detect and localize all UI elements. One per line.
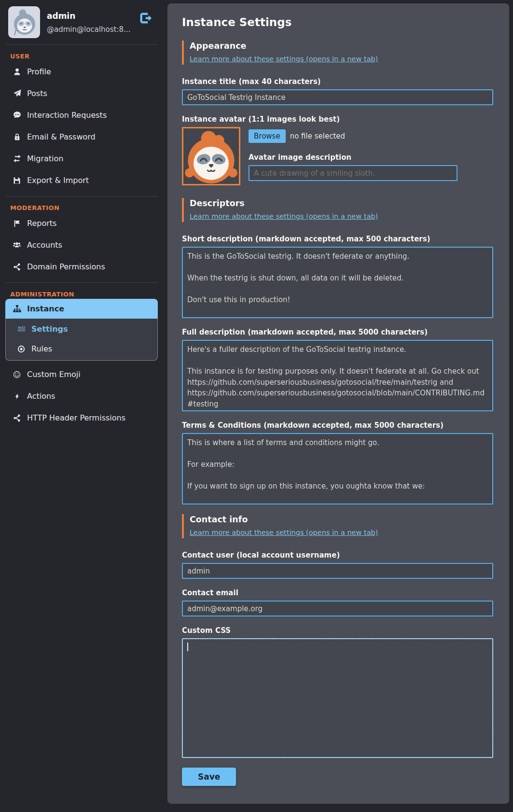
sidebar-item-custom-emoji[interactable]: Custom Emoji	[0, 364, 158, 385]
instance-avatar-field: Instance avatar (1:1 images look best)	[182, 115, 493, 185]
user-icon	[13, 68, 21, 76]
browse-button[interactable]: Browse	[249, 129, 286, 143]
sidebar-item-label: Reports	[27, 219, 56, 228]
descriptors-heading: Descriptors	[190, 198, 493, 208]
short-description-textarea[interactable]: This is the GoToSocial testrig. It doesn…	[182, 247, 493, 318]
sidebar: admin @admin@localhost:8... USER Profile…	[0, 0, 158, 429]
instance-menu-block: Instance Settings Rules	[5, 299, 158, 361]
sidebar-section-moderation: MODERATION	[10, 204, 158, 211]
full-description-textarea[interactable]: Here's a fuller description of the GoToS…	[182, 340, 493, 411]
avatar-description-input[interactable]	[249, 165, 458, 181]
page-title: Instance Settings	[182, 16, 493, 28]
flag-icon	[13, 220, 21, 227]
sidebar-item-label: Export & Import	[27, 176, 89, 185]
sidebar-item-email-password[interactable]: Email & Password	[0, 126, 158, 148]
instance-title-label: Instance title (max 40 characters)	[182, 77, 493, 86]
text-cursor	[187, 643, 188, 651]
instance-title-input[interactable]	[182, 89, 493, 105]
user-avatar	[8, 6, 40, 38]
sidebar-item-label: Email & Password	[27, 132, 96, 141]
instance-avatar-preview	[182, 127, 240, 185]
contact-info-heading: Contact info	[190, 515, 493, 524]
avatar-description-label: Avatar image description	[249, 153, 493, 162]
sidebar-item-actions[interactable]: Actions	[0, 385, 158, 407]
floppy-disk-icon	[13, 177, 21, 184]
contact-email-field: Contact email	[182, 588, 493, 616]
short-description-label: Short description (markdown accepted, ma…	[182, 235, 493, 243]
sidebar-item-label: Instance	[27, 304, 64, 313]
circle-dot-icon	[17, 345, 26, 353]
sitemap-icon	[13, 305, 21, 313]
contact-learn-more-link[interactable]: Learn more about these settings (opens i…	[190, 529, 378, 536]
sidebar-item-label: Accounts	[27, 240, 62, 250]
user-name: admin	[47, 11, 139, 21]
share-nodes-icon	[13, 263, 21, 271]
terms-conditions-field: Terms & Conditions (markdown accepted, m…	[182, 421, 493, 504]
bolt-icon	[13, 392, 21, 400]
instance-title-field: Instance title (max 40 characters)	[182, 77, 493, 105]
user-handle: @admin@localhost:8...	[47, 25, 139, 34]
descriptors-section-header: Descriptors Learn more about these setti…	[182, 198, 493, 222]
appearance-learn-more-link[interactable]: Learn more about these settings (opens i…	[190, 55, 378, 63]
custom-css-label: Custom CSS	[182, 626, 493, 635]
sidebar-item-instance[interactable]: Instance	[5, 299, 158, 319]
sidebar-item-label: Rules	[31, 344, 52, 353]
contact-info-section-header: Contact info Learn more about these sett…	[182, 514, 493, 538]
divider	[5, 44, 158, 45]
sidebar-item-label: Settings	[31, 324, 68, 334]
sidebar-item-profile[interactable]: Profile	[0, 61, 158, 83]
paper-plane-icon	[13, 89, 21, 98]
sidebar-item-label: HTTP Header Permissions	[27, 413, 125, 422]
share-nodes-icon	[13, 414, 21, 422]
instance-avatar-label: Instance avatar (1:1 images look best)	[182, 115, 493, 124]
terms-conditions-label: Terms & Conditions (markdown accepted, m…	[182, 421, 493, 430]
contact-email-input[interactable]	[182, 601, 493, 616]
sidebar-item-rules[interactable]: Rules	[6, 339, 157, 359]
smiley-icon	[13, 371, 21, 378]
sidebar-item-settings[interactable]: Settings	[6, 319, 157, 339]
save-button[interactable]: Save	[182, 768, 236, 786]
user-meta: admin @admin@localhost:8...	[47, 11, 139, 34]
arrows-left-right-icon	[13, 154, 21, 163]
lock-icon	[13, 133, 21, 141]
sidebar-item-accounts[interactable]: Accounts	[0, 234, 158, 256]
sidebar-item-posts[interactable]: Posts	[0, 83, 158, 104]
custom-css-field: Custom CSS	[182, 626, 493, 758]
sidebar-item-label: Custom Emoji	[27, 370, 81, 379]
sidebar-item-label: Domain Permissions	[27, 262, 105, 271]
gotosocial-settings-page: admin @admin@localhost:8... USER Profile…	[0, 0, 513, 812]
contact-email-label: Contact email	[182, 588, 493, 597]
main-panel: Instance Settings Appearance Learn more …	[167, 3, 509, 804]
comment-dots-icon	[13, 111, 21, 119]
full-description-field: Full description (markdown accepted, max…	[182, 328, 493, 411]
sidebar-item-export-import[interactable]: Export & Import	[0, 169, 158, 191]
file-status-text: no file selected	[290, 132, 345, 140]
contact-user-label: Contact user (local account username)	[182, 551, 493, 560]
sidebar-item-label: Posts	[27, 89, 47, 98]
terms-conditions-textarea[interactable]: This is where a list of terms and condit…	[182, 433, 493, 504]
sidebar-item-label: Profile	[27, 67, 51, 76]
sidebar-section-user: USER	[10, 53, 158, 60]
appearance-heading: Appearance	[190, 41, 493, 51]
custom-css-textarea[interactable]	[182, 638, 493, 758]
users-icon	[13, 241, 21, 249]
sidebar-item-interaction-requests[interactable]: Interaction Requests	[0, 104, 158, 126]
descriptors-learn-more-link[interactable]: Learn more about these settings (opens i…	[190, 212, 378, 220]
sidebar-item-label: Migration	[27, 154, 63, 163]
sliders-icon	[17, 325, 26, 333]
sidebar-item-label: Interaction Requests	[27, 111, 107, 120]
sidebar-section-administration: ADMINISTRATION	[10, 291, 158, 298]
divider	[5, 282, 158, 283]
sidebar-item-reports[interactable]: Reports	[0, 212, 158, 234]
user-card[interactable]: admin @admin@localhost:8...	[0, 0, 158, 44]
sidebar-item-http-header-permissions[interactable]: HTTP Header Permissions	[0, 407, 158, 429]
contact-user-field: Contact user (local account username)	[182, 551, 493, 579]
divider	[5, 196, 158, 196]
sidebar-item-migration[interactable]: Migration	[0, 148, 158, 169]
appearance-section-header: Appearance Learn more about these settin…	[182, 41, 493, 65]
short-description-field: Short description (markdown accepted, ma…	[182, 235, 493, 318]
contact-user-input[interactable]	[182, 563, 493, 579]
logout-icon[interactable]	[139, 12, 152, 33]
sidebar-item-label: Actions	[27, 392, 55, 401]
sidebar-item-domain-permissions[interactable]: Domain Permissions	[0, 256, 158, 278]
